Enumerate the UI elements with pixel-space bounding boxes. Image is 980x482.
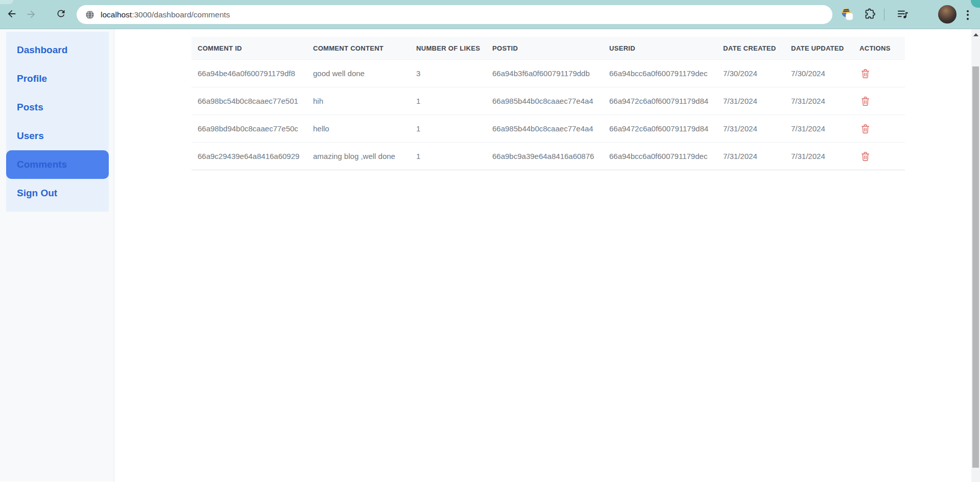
sidebar-item-posts[interactable]: Posts <box>6 93 109 122</box>
column-header-date-created: DATE CREATED <box>723 44 791 52</box>
reload-button[interactable] <box>51 4 71 25</box>
cell-content: hello <box>313 124 416 133</box>
toolbar-divider <box>884 9 885 20</box>
sidebar-item-label: Sign Out <box>17 188 57 199</box>
column-header-comment-content: COMMENT CONTENT <box>313 44 416 52</box>
column-header-date-updated: DATE UPDATED <box>791 44 859 52</box>
sidebar-item-label: Profile <box>17 73 47 84</box>
address-bar[interactable]: localhost:3000/dashboard/comments <box>77 5 832 24</box>
cell-user-id: 66a94bcc6a0f600791179dec <box>609 152 723 160</box>
cell-date-updated: 7/31/2024 <box>791 152 859 160</box>
cell-comment-id: 66a98bc54b0c8caaec77e501 <box>198 97 313 105</box>
sidebar-item-dashboard[interactable]: Dashboard <box>6 36 109 64</box>
cell-likes: 3 <box>416 69 492 78</box>
comments-table: COMMENT ID COMMENT CONTENT NUMBER OF LIK… <box>192 37 905 170</box>
cell-date-created: 7/31/2024 <box>723 124 791 133</box>
column-header-postid: POSTID <box>492 44 609 52</box>
cell-date-created: 7/30/2024 <box>723 69 791 78</box>
scrollbar-up-arrow-icon[interactable] <box>973 33 978 36</box>
table-row: 66a98bd94b0c8caaec77e50c hello 1 66a985b… <box>192 114 905 142</box>
delete-comment-button[interactable] <box>859 121 873 136</box>
delete-comment-button[interactable] <box>859 149 873 164</box>
column-header-number-of-likes: NUMBER OF LIKES <box>416 44 492 52</box>
column-header-userid: USERID <box>609 44 723 52</box>
extensions-puzzle-icon <box>864 8 876 22</box>
cell-content: good well done <box>313 69 416 78</box>
column-header-comment-id: COMMENT ID <box>198 44 313 52</box>
browser-menu-button[interactable] <box>959 6 976 24</box>
sidebar-item-users[interactable]: Users <box>6 122 109 150</box>
page-content: Dashboard Profile Posts Users Comments S… <box>0 29 971 481</box>
cell-user-id: 66a94bcc6a0f600791179dec <box>609 69 723 78</box>
column-header-actions: ACTIONS <box>859 44 905 52</box>
sidebar-item-label: Users <box>17 130 44 142</box>
scrollbar-thumb[interactable] <box>972 66 979 468</box>
sidebar-item-label: Comments <box>17 159 67 170</box>
trash-icon <box>861 96 870 107</box>
delete-comment-button[interactable] <box>859 94 873 109</box>
cell-post-id: 66a94b3f6a0f600791179ddb <box>492 69 609 78</box>
cell-date-created: 7/31/2024 <box>723 97 791 105</box>
back-button[interactable] <box>2 4 22 25</box>
colorful-extension-icon <box>840 7 855 24</box>
trash-icon <box>861 123 870 134</box>
cell-content: amazing blog ,well done <box>313 152 416 160</box>
cell-post-id: 66a985b44b0c8caaec77e4a4 <box>492 124 609 133</box>
cell-user-id: 66a9472c6a0f600791179d84 <box>609 124 723 133</box>
cell-post-id: 66a9bc9a39e64a8416a60876 <box>492 152 609 160</box>
cell-comment-id: 66a9c29439e64a8416a60929 <box>198 152 313 160</box>
cell-post-id: 66a985b44b0c8caaec77e4a4 <box>492 97 609 105</box>
reload-icon <box>56 8 66 20</box>
cell-date-updated: 7/30/2024 <box>791 69 859 78</box>
url-host: localhost <box>101 10 132 19</box>
sidebar-item-comments[interactable]: Comments <box>6 150 109 179</box>
table-header-row: COMMENT ID COMMENT CONTENT NUMBER OF LIK… <box>192 37 905 59</box>
extensions-button[interactable] <box>861 6 878 24</box>
back-arrow-icon <box>6 8 17 21</box>
extension-shortcut-button[interactable] <box>839 6 856 24</box>
sidebar-item-sign-out[interactable]: Sign Out <box>6 179 109 208</box>
sidebar-rail: Dashboard Profile Posts Users Comments S… <box>0 29 114 481</box>
tab-corner-left <box>0 0 13 4</box>
sidebar-item-profile[interactable]: Profile <box>6 64 109 93</box>
cell-user-id: 66a9472c6a0f600791179d84 <box>609 97 723 105</box>
cell-date-created: 7/31/2024 <box>723 152 791 160</box>
cell-date-updated: 7/31/2024 <box>791 97 859 105</box>
media-controls-icon <box>896 8 909 22</box>
delete-comment-button[interactable] <box>859 66 873 81</box>
sidebar-item-label: Posts <box>17 102 43 113</box>
table-row: 66a94be46a0f600791179df8 good well done … <box>192 59 905 87</box>
trash-icon <box>861 68 870 79</box>
sidebar-item-label: Dashboard <box>17 44 67 56</box>
cell-content: hih <box>313 97 416 105</box>
cell-likes: 1 <box>416 124 492 133</box>
url-path: :3000/dashboard/comments <box>132 10 230 19</box>
cell-likes: 1 <box>416 97 492 105</box>
url-text: localhost:3000/dashboard/comments <box>101 10 230 19</box>
trash-icon <box>861 151 870 162</box>
window-corner-right <box>971 0 980 8</box>
cell-comment-id: 66a94be46a0f600791179df8 <box>198 69 313 78</box>
forward-button[interactable] <box>21 4 41 25</box>
three-dot-menu-icon <box>967 10 969 20</box>
profile-avatar[interactable] <box>938 5 957 24</box>
browser-toolbar: localhost:3000/dashboard/comments <box>0 0 980 29</box>
table-row: 66a98bc54b0c8caaec77e501 hih 1 66a985b44… <box>192 87 905 114</box>
cell-date-updated: 7/31/2024 <box>791 124 859 133</box>
sidebar-nav: Dashboard Profile Posts Users Comments S… <box>6 32 109 212</box>
site-info-globe-icon[interactable] <box>83 8 97 21</box>
media-controls-button[interactable] <box>894 6 911 24</box>
cell-likes: 1 <box>416 152 492 160</box>
vertical-scrollbar[interactable] <box>971 29 980 482</box>
forward-arrow-icon <box>26 9 37 20</box>
table-row: 66a9c29439e64a8416a60929 amazing blog ,w… <box>192 142 905 170</box>
cell-comment-id: 66a98bd94b0c8caaec77e50c <box>198 124 313 133</box>
